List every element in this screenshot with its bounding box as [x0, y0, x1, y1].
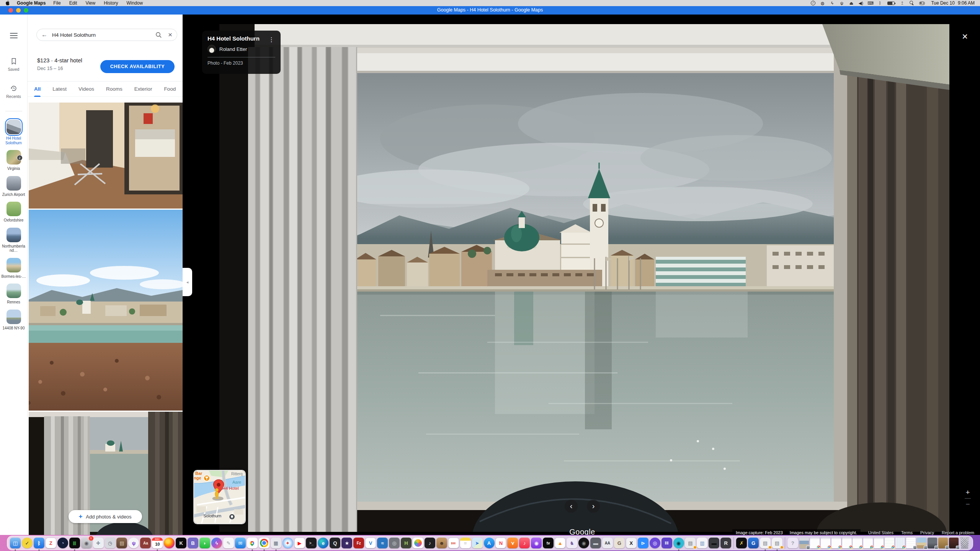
dock-font-book-icon[interactable]: AA — [602, 538, 613, 548]
close-window-button[interactable] — [8, 8, 13, 13]
dock-chrome-window-7[interactable] — [874, 538, 884, 548]
dock-chrome-window-2[interactable] — [821, 538, 830, 548]
minimize-window-button[interactable] — [16, 8, 21, 13]
menu-file[interactable]: File — [53, 0, 60, 6]
clear-search-icon[interactable]: × — [168, 31, 172, 38]
dock-chrome-window-5[interactable] — [853, 538, 862, 548]
status-spotlight-icon[interactable] — [910, 1, 914, 5]
zoom-out-button[interactable]: − — [965, 501, 970, 508]
dock-diagnostics-icon[interactable]: ✚ — [93, 538, 104, 548]
dock-image-capture-icon[interactable]: ▦ — [271, 538, 281, 548]
tab-videos[interactable]: Videos — [78, 82, 94, 97]
dock-star-app-icon[interactable]: ★ — [341, 538, 352, 548]
dock-messages-icon[interactable]: ◗ — [199, 538, 210, 548]
tab-all[interactable]: All — [34, 82, 41, 97]
dock-quicktime-icon[interactable]: Q — [330, 538, 340, 548]
dock-disc-burner-icon[interactable]: ◎ — [389, 538, 400, 548]
dock-photo-frame[interactable] — [938, 538, 948, 548]
dock-bbedit-icon[interactable]: B — [188, 538, 198, 548]
dock-speed-gauge-icon[interactable]: ◔ — [57, 538, 68, 548]
status-control-center-icon[interactable] — [919, 2, 925, 5]
menu-window[interactable]: Window — [127, 0, 143, 6]
dock-audio-meter-icon[interactable]: ||| — [69, 538, 80, 548]
dock-chrome-window-1[interactable] — [810, 538, 820, 548]
trash-icon[interactable] — [960, 537, 970, 549]
dock-photo-beach[interactable] — [917, 538, 926, 548]
dock-gray-terminal-icon[interactable]: ▬ — [590, 538, 601, 548]
tab-food[interactable]: Food — [164, 82, 176, 97]
dock-window-photo[interactable] — [799, 538, 809, 548]
more-options-icon[interactable]: ⋮ — [266, 35, 277, 44]
dock-zoom-icon[interactable]: ⊳ — [638, 538, 648, 548]
dock-finder-icon[interactable]: ◫ — [10, 538, 21, 548]
menu-edit[interactable]: Edit — [69, 0, 77, 6]
dock-missing-app-icon[interactable]: ? — [787, 538, 798, 548]
status-wireless-icon[interactable]: ↥ — [898, 0, 906, 6]
dock-dictionary-icon[interactable]: Aa — [140, 538, 151, 548]
rail-place-14408-ny-90[interactable]: 14408 NY-90 — [2, 310, 26, 331]
photo-thumbnail-town-view[interactable] — [29, 210, 183, 411]
dock-printer-3-icon[interactable]: ▤ — [772, 538, 782, 548]
dock-passwords-icon[interactable]: ✗ — [736, 538, 747, 548]
dock-vlc-icon[interactable]: ▲ — [555, 538, 565, 548]
dock-label-printer-icon[interactable]: ▬ — [709, 538, 719, 548]
dock-app-store-icon[interactable]: A — [484, 538, 495, 548]
rail-place-zurich-airport[interactable]: Zurich Airport — [2, 176, 26, 197]
apple-menu-icon[interactable] — [5, 0, 10, 6]
menu-view[interactable]: View — [85, 0, 95, 6]
dock-midi-keyboard-icon[interactable]: ♪ — [425, 538, 435, 548]
dock-leather-app-icon[interactable]: ▤ — [116, 538, 127, 548]
dock-volume-dial-icon[interactable]: ◉1 — [81, 538, 92, 548]
dock-safari-icon[interactable]: ✦ — [283, 538, 293, 548]
tab-rooms[interactable]: Rooms — [106, 82, 122, 97]
rail-place-oxfordshire[interactable]: Oxfordshire — [2, 202, 26, 223]
search-icon[interactable] — [155, 32, 162, 38]
add-photos-videos-button[interactable]: + Add photos & videos — [69, 510, 142, 523]
back-arrow-icon[interactable]: ← — [41, 31, 47, 38]
dock-disk-utility-icon[interactable]: ◷ — [105, 538, 116, 548]
dock-notes-icon[interactable]: ≡ — [460, 538, 471, 548]
dock-calendar-icon[interactable]: DEC10 — [152, 538, 163, 548]
status-battery-icon[interactable] — [887, 2, 895, 5]
dock-reminders-icon[interactable]: ≔ — [448, 538, 459, 548]
dock-terminal-icon[interactable]: >_ — [306, 538, 317, 548]
dock-v-app-icon[interactable]: V — [365, 538, 376, 548]
dock-chrome-icon[interactable] — [259, 538, 270, 548]
status-usb-icon[interactable]: ψ — [838, 0, 846, 6]
check-availability-button[interactable]: CHECK AVAILABILITY — [100, 60, 175, 73]
dock-gimp-icon[interactable]: G — [614, 538, 625, 548]
rail-place-bormes-les[interactable]: Bormes-les-… — [2, 258, 26, 279]
dock-contacts-icon[interactable]: ☻ — [436, 538, 447, 548]
dock-music-icon[interactable]: ♪ — [519, 538, 530, 548]
dock-mail-icon[interactable]: ✉ — [235, 538, 246, 548]
rail-place-rennes[interactable]: Rennes — [2, 284, 26, 305]
mini-map[interactable]: Bar nge Ritterq Aare H4 Hotel Solothurn — [193, 470, 246, 524]
dock-bluetooth-utility-icon[interactable]: ᛒ — [34, 538, 44, 548]
rail-place-virginia[interactable]: 2Virginia — [2, 150, 26, 171]
dock-chrome-window-6[interactable] — [863, 538, 873, 548]
status-shortcuts-icon[interactable]: ϟ — [828, 0, 836, 6]
dock-messenger-icon[interactable]: ϟ — [211, 538, 222, 548]
dock-latex-app-icon[interactable]: ♞ — [567, 538, 577, 548]
dock-google-maps-icon[interactable] — [247, 538, 258, 548]
rail-place-h4-hotel-solothurn[interactable]: H4 Hotel Solothurn — [2, 120, 26, 145]
dock-copier-icon[interactable]: ▥ — [697, 538, 707, 548]
dock-news-icon[interactable]: N — [495, 538, 506, 548]
dock-chrome-window-4[interactable] — [842, 538, 852, 548]
zoom-in-button[interactable]: + — [965, 489, 970, 496]
dock-firefox-icon[interactable] — [164, 538, 175, 548]
dock-photos-icon[interactable] — [413, 538, 423, 548]
status-bluetooth-icon[interactable]: ᛒ — [876, 0, 884, 6]
dock-filezilla-icon[interactable]: Fz — [353, 538, 364, 548]
menubar-app-name[interactable]: Google Maps — [17, 0, 46, 6]
footer-link-united-states[interactable]: United States — [868, 530, 893, 535]
next-photo-button[interactable]: › — [587, 500, 600, 513]
dock-g-shield-icon[interactable]: G — [748, 538, 759, 548]
dock-youtube-icon[interactable]: ▶ — [294, 538, 305, 548]
menu-history[interactable]: History — [104, 0, 118, 6]
dock-printer-alert-icon[interactable]: ▤ — [685, 538, 696, 548]
dock-photo-people[interactable] — [928, 538, 937, 548]
status-checkmark-circle-icon[interactable]: ✓ — [811, 1, 815, 5]
footer-link-terms[interactable]: Terms — [901, 530, 913, 535]
menu-hamburger-icon[interactable] — [10, 33, 18, 38]
